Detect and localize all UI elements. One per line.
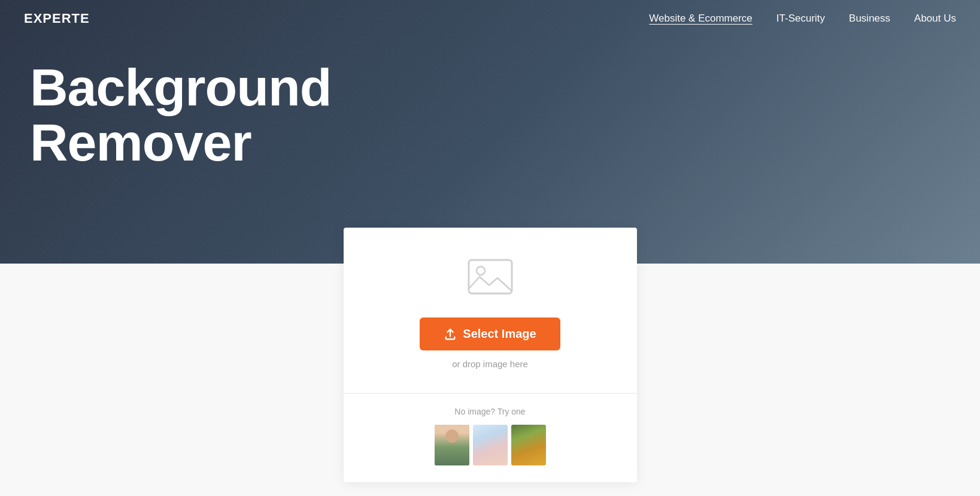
no-image-label: No image? Try one bbox=[454, 407, 525, 416]
image-placeholder-icon bbox=[466, 258, 514, 300]
navigation: Website & Ecommerce IT-Security Business… bbox=[649, 13, 956, 25]
nav-item-about-us[interactable]: About Us bbox=[914, 13, 956, 25]
hero-title: Background Remover bbox=[30, 60, 331, 171]
svg-rect-0 bbox=[469, 260, 512, 294]
sample-thumbnails bbox=[435, 425, 546, 465]
svg-point-1 bbox=[477, 267, 485, 275]
nav-item-it-security[interactable]: IT-Security bbox=[776, 13, 825, 25]
logo: EXPERTE bbox=[24, 11, 90, 26]
select-image-button[interactable]: Select Image bbox=[420, 317, 560, 350]
sample-thumbnail-1[interactable] bbox=[435, 425, 469, 465]
upload-card: Select Image or drop image here No image… bbox=[344, 228, 637, 482]
main-content: Select Image or drop image here No image… bbox=[0, 264, 980, 496]
hero-section: Background Remover bbox=[0, 0, 980, 264]
drop-text: or drop image here bbox=[452, 359, 528, 369]
nav-item-business[interactable]: Business bbox=[849, 13, 890, 25]
upload-area: Select Image or drop image here bbox=[344, 228, 637, 394]
header: EXPERTE Website & Ecommerce IT-Security … bbox=[0, 0, 980, 37]
sample-images-section: No image? Try one bbox=[344, 394, 637, 482]
nav-item-website-ecommerce[interactable]: Website & Ecommerce bbox=[649, 13, 753, 25]
upload-icon bbox=[444, 328, 457, 341]
sample-thumbnail-2[interactable] bbox=[473, 425, 508, 465]
sample-thumbnail-3[interactable] bbox=[511, 425, 546, 465]
